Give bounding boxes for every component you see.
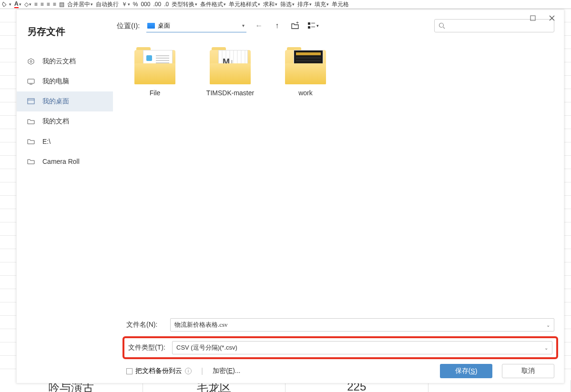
cell-format[interactable]: 单元格 (332, 0, 349, 9)
svg-rect-12 (311, 27, 315, 27)
svg-rect-9 (308, 22, 310, 25)
sum[interactable]: 求和▾ (263, 0, 277, 9)
svg-rect-6 (28, 99, 34, 104)
chevron-down-icon: ⌄ (544, 345, 548, 351)
dialog-title: 另存文件 (17, 25, 117, 38)
cancel-button[interactable]: 取消 (502, 364, 554, 378)
sidebar-item-label: 我的桌面 (42, 97, 69, 106)
desktop-icon (27, 98, 35, 105)
sidebar-item-drive-e[interactable]: E:\ (17, 131, 113, 151)
save-button[interactable]: 保存(S) (440, 364, 492, 378)
filename-value: 物流新价格表格.csv (174, 321, 228, 329)
cond-format[interactable]: 条件格式▾ (200, 0, 226, 9)
folder-item[interactable]: TIMSDK-master (200, 47, 261, 97)
svg-rect-0 (530, 16, 535, 20)
svg-line-14 (443, 27, 445, 29)
chevron-down-icon: ⌄ (546, 322, 550, 328)
maximize-button[interactable] (526, 11, 540, 25)
svg-rect-4 (28, 79, 34, 83)
save-as-dialog: 另存文件 我的云文档 我的电脑 我的桌面 我的文档 (16, 10, 564, 383)
folder-label: TIMSDK-master (206, 89, 254, 97)
filetype-highlight: 文件类型(T): CSV (逗号分隔)(*.csv) ⌄ (122, 336, 558, 359)
backup-label: 把文档备份到云 (135, 367, 182, 375)
folder-label: work (298, 89, 313, 97)
sidebar-item-cloud-docs[interactable]: 我的云文档 (17, 51, 113, 71)
folder-item[interactable]: work (275, 47, 336, 97)
cell-style[interactable]: 单元格样式▾ (229, 0, 260, 9)
comma-icon[interactable]: 000 (141, 1, 150, 8)
svg-rect-11 (308, 26, 310, 29)
main-panel: 位置(I): 桌面 ▾ ← ↑ + ▾ (117, 10, 564, 383)
folder-icon (27, 138, 35, 145)
sidebar-item-desktop[interactable]: 我的桌面 (17, 91, 113, 111)
file-grid[interactable]: File TIMSDK-master work (117, 29, 564, 314)
font-color-icon[interactable]: A▾ (14, 0, 21, 8)
separator: | (201, 367, 203, 375)
folder-icon (27, 158, 35, 165)
folder-icon (210, 47, 251, 84)
sidebar: 另存文件 我的云文档 我的电脑 我的桌面 我的文档 (17, 10, 117, 383)
search-icon (438, 22, 445, 29)
location-value: 桌面 (158, 21, 170, 30)
align-icon[interactable]: ≡ (34, 1, 38, 8)
fill-color-icon[interactable]: ▾ (2, 1, 11, 8)
sidebar-item-label: 我的电脑 (42, 77, 69, 86)
sidebar-item-computer[interactable]: 我的电脑 (17, 71, 113, 91)
dec-dec-icon[interactable]: .0 (164, 1, 169, 8)
desktop-icon (147, 23, 155, 29)
align-icon-2[interactable]: ≡ (41, 1, 44, 8)
computer-icon (27, 78, 35, 85)
info-icon[interactable]: i (185, 368, 192, 374)
encrypt-link[interactable]: 加密(E)... (213, 367, 240, 375)
location-dropdown[interactable]: 桌面 ▾ (146, 19, 246, 32)
sidebar-item-camera-roll[interactable]: Camera Roll (17, 151, 113, 171)
sidebar-item-label: E:\ (42, 138, 51, 145)
backup-checkbox[interactable]: 把文档备份到云 i (126, 367, 192, 375)
filename-label: 文件名(N): (126, 321, 170, 329)
inc-dec-icon[interactable]: .00 (153, 1, 161, 8)
sort[interactable]: 排序▾ (297, 0, 312, 9)
currency-icon[interactable]: ￥▾ (122, 0, 130, 9)
folder-label: File (150, 89, 161, 97)
folder-icon (285, 47, 326, 84)
folder-item[interactable]: File (124, 47, 185, 97)
svg-point-3 (30, 60, 32, 62)
close-icon (549, 15, 555, 21)
checkbox-icon (126, 368, 133, 374)
align-icon-4[interactable]: ≡ (53, 1, 56, 8)
sidebar-item-documents[interactable]: 我的文档 (17, 111, 113, 131)
close-button[interactable] (545, 11, 559, 25)
filetype-value: CSV (逗号分隔)(*.csv) (176, 343, 237, 352)
svg-text:+: + (296, 21, 299, 25)
sidebar-item-label: 我的云文档 (42, 57, 76, 66)
chevron-down-icon: ▾ (316, 23, 319, 28)
filetype-dropdown[interactable]: CSV (逗号分隔)(*.csv) ⌄ (172, 341, 552, 354)
view-icon (308, 22, 316, 29)
filetype-label: 文件类型(T): (128, 343, 172, 352)
wrap-text[interactable]: 自动换行 (96, 0, 119, 9)
merge-center[interactable]: 合并居中▾ (67, 0, 93, 9)
sidebar-item-label: Camera Roll (42, 158, 80, 165)
align-icon-3[interactable]: ≡ (47, 1, 50, 8)
valign-icon[interactable]: ▤ (59, 1, 64, 8)
filter[interactable]: 筛选▾ (280, 0, 295, 9)
cloud-icon (27, 58, 35, 65)
folder-icon (134, 47, 175, 84)
type-convert[interactable]: 类型转换▾ (172, 0, 197, 9)
svg-rect-10 (311, 23, 315, 23)
bucket-icon[interactable]: ◇▾ (24, 1, 31, 8)
svg-point-13 (439, 23, 444, 28)
chevron-down-icon: ▾ (242, 23, 245, 28)
percent-icon[interactable]: % (133, 1, 138, 8)
fill[interactable]: 填充▾ (315, 0, 329, 9)
sidebar-item-label: 我的文档 (42, 117, 69, 126)
filename-input[interactable]: 物流新价格表格.csv ⌄ (170, 318, 554, 332)
folder-icon (27, 118, 35, 125)
maximize-icon (530, 15, 536, 21)
background-toolbar: ▾ A▾ ◇▾ ≡ ≡ ≡ ≡ ▤ 合并居中▾ 自动换行 ￥▾ % 000 .0… (0, 0, 571, 9)
